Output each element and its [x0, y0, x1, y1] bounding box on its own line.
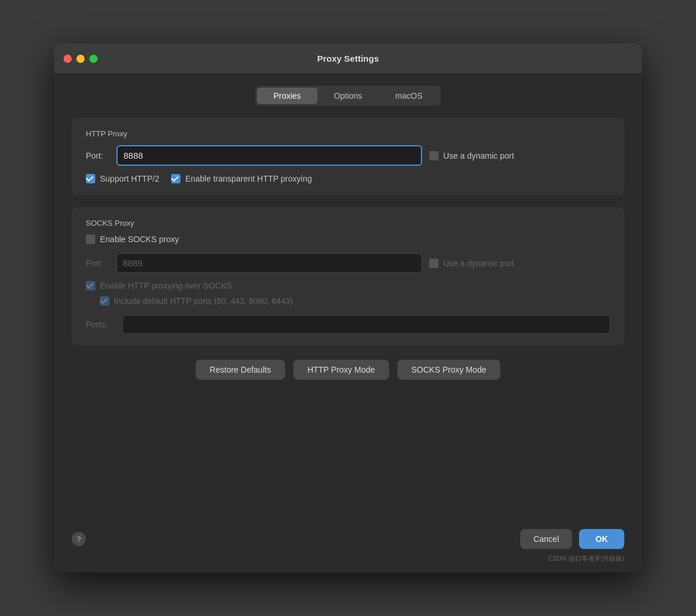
tab-macos[interactable]: macOS	[379, 88, 439, 104]
socks-port-row: Port: Use a dynamic port	[86, 253, 610, 273]
socks-enable-checkbox[interactable]	[86, 235, 95, 244]
window-title: Proxy Settings	[317, 53, 379, 63]
footer-right: Cancel OK	[520, 529, 624, 549]
ok-button[interactable]: OK	[579, 529, 624, 549]
titlebar: Proxy Settings	[54, 43, 642, 74]
socks-port-label: Port:	[86, 259, 109, 268]
traffic-lights	[63, 55, 98, 63]
http-dynamic-port-row: Use a dynamic port	[429, 151, 514, 160]
footer: ? Cancel OK CSDN @归零者罗(升级版)	[54, 529, 642, 573]
http-port-input[interactable]	[116, 145, 422, 166]
proxy-settings-window: Proxy Settings Proxies Options macOS HTT…	[54, 43, 642, 573]
main-content: Proxies Options macOS HTTP Proxy Port: U…	[54, 74, 642, 529]
http-over-socks-label: Enable HTTP proxying over SOCKS	[100, 281, 232, 290]
http-proxy-panel: HTTP Proxy Port: Use a dynamic port Supp…	[72, 118, 624, 195]
tabs-container: Proxies Options macOS	[72, 86, 624, 106]
socks-ports-label: Ports:	[86, 320, 115, 329]
cancel-button[interactable]: Cancel	[520, 529, 572, 549]
socks-port-input[interactable]	[116, 253, 422, 273]
socks-enable-row: Enable SOCKS proxy	[86, 235, 610, 244]
transparent-proxy-item: Enable transparent HTTP proxying	[171, 174, 312, 183]
socks-dynamic-port-row: Use a dynamic port	[429, 259, 514, 268]
http-port-row: Port: Use a dynamic port	[86, 145, 610, 166]
close-button[interactable]	[63, 55, 72, 63]
http-dynamic-port-label: Use a dynamic port	[443, 151, 514, 160]
socks-proxy-mode-button[interactable]: SOCKS Proxy Mode	[397, 360, 501, 380]
minimize-button[interactable]	[76, 55, 85, 63]
socks-ports-input[interactable]	[122, 315, 610, 334]
default-ports-checkbox[interactable]	[100, 296, 109, 306]
tab-bar: Proxies Options macOS	[255, 86, 441, 106]
transparent-proxy-checkbox[interactable]	[171, 174, 180, 183]
http-dynamic-port-checkbox[interactable]	[429, 151, 439, 160]
support-http2-checkbox[interactable]	[86, 174, 95, 183]
http-over-socks-item: Enable HTTP proxying over SOCKS	[86, 281, 610, 290]
http-proxy-mode-button[interactable]: HTTP Proxy Mode	[293, 360, 389, 380]
transparent-proxy-label: Enable transparent HTTP proxying	[185, 174, 312, 183]
http-port-label: Port:	[86, 151, 109, 160]
socks-ports-row: Ports:	[86, 315, 610, 334]
socks-dynamic-port-checkbox[interactable]	[429, 259, 439, 268]
tab-options[interactable]: Options	[317, 88, 379, 104]
http-options-row: Support HTTP/2 Enable transparent HTTP p…	[86, 174, 610, 183]
default-ports-label: Include default HTTP ports (80, 443, 808…	[114, 296, 293, 306]
http-over-socks-checkbox[interactable]	[86, 281, 95, 290]
support-http2-item: Support HTTP/2	[86, 174, 159, 183]
socks-proxy-section-label: SOCKS Proxy	[86, 219, 610, 227]
default-ports-item: Include default HTTP ports (80, 443, 808…	[86, 296, 610, 306]
socks-dynamic-port-label: Use a dynamic port	[443, 259, 514, 268]
http-proxy-section-label: HTTP Proxy	[86, 129, 610, 138]
footer-main: ? Cancel OK	[72, 529, 624, 549]
socks-proxy-panel: SOCKS Proxy Enable SOCKS proxy Port: Use…	[72, 207, 624, 346]
socks-enable-label: Enable SOCKS proxy	[100, 235, 179, 244]
bottom-buttons: Restore Defaults HTTP Proxy Mode SOCKS P…	[72, 360, 624, 380]
tab-proxies[interactable]: Proxies	[257, 88, 317, 104]
socks-options: Enable HTTP proxying over SOCKS Include …	[86, 281, 610, 306]
restore-defaults-button[interactable]: Restore Defaults	[196, 360, 285, 380]
maximize-button[interactable]	[89, 55, 98, 63]
watermark: CSDN @归零者罗(升级版)	[548, 555, 624, 562]
help-button[interactable]: ?	[72, 532, 86, 546]
support-http2-label: Support HTTP/2	[100, 174, 159, 183]
